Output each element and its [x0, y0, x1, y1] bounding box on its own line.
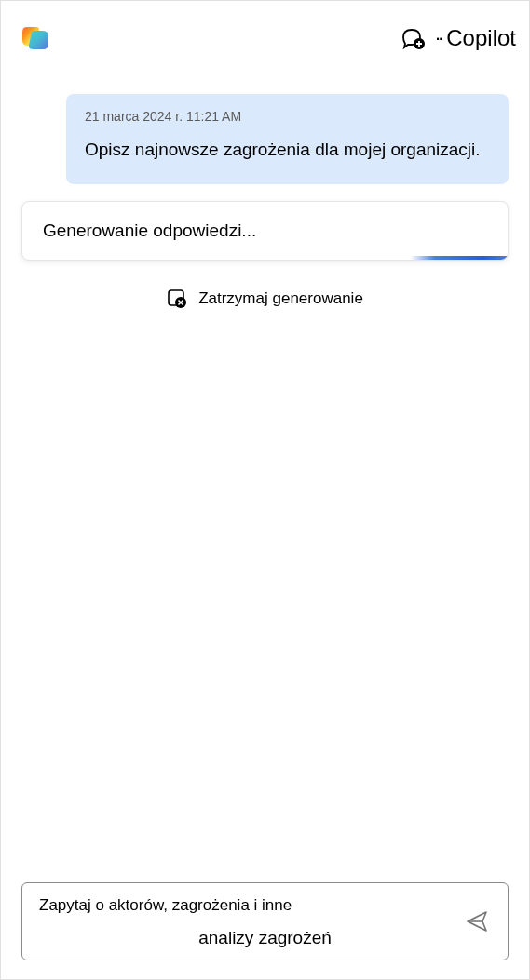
- response-card: Generowanie odpowiedzi...: [21, 201, 509, 261]
- stop-generating-button[interactable]: Zatrzymaj generowanie: [21, 261, 509, 337]
- user-message-bubble: 21 marca 2024 r. 11:21 AM Opisz najnowsz…: [66, 94, 509, 184]
- header-left: [18, 20, 53, 56]
- header-right: ·· Copilot: [400, 25, 516, 51]
- conversation-content: 21 marca 2024 r. 11:21 AM Opisz najnowsz…: [1, 75, 529, 882]
- more-icon[interactable]: ··: [435, 26, 441, 50]
- stop-icon: [167, 289, 187, 309]
- brand-label: Copilot: [446, 25, 516, 51]
- send-icon[interactable]: [463, 907, 491, 935]
- message-text: Opisz najnowsze zagrożenia dla mojej org…: [85, 137, 490, 164]
- input-subtitle: analizy zagrożeń: [39, 928, 491, 948]
- message-timestamp: 21 marca 2024 r. 11:21 AM: [85, 109, 490, 124]
- copilot-logo-icon[interactable]: [18, 20, 53, 56]
- chat-input[interactable]: Zapytaj o aktorów, zagrożenia i inne ana…: [21, 882, 509, 960]
- stop-label: Zatrzymaj generowanie: [198, 289, 363, 308]
- input-placeholder: Zapytaj o aktorów, zagrożenia i inne: [39, 896, 491, 915]
- response-status-text: Generowanie odpowiedzi...: [43, 221, 487, 241]
- progress-bar: [22, 256, 508, 260]
- header: ·· Copilot: [1, 1, 529, 75]
- input-container: Zapytaj o aktorów, zagrożenia i inne ana…: [1, 882, 529, 979]
- new-chat-icon[interactable]: [400, 25, 426, 51]
